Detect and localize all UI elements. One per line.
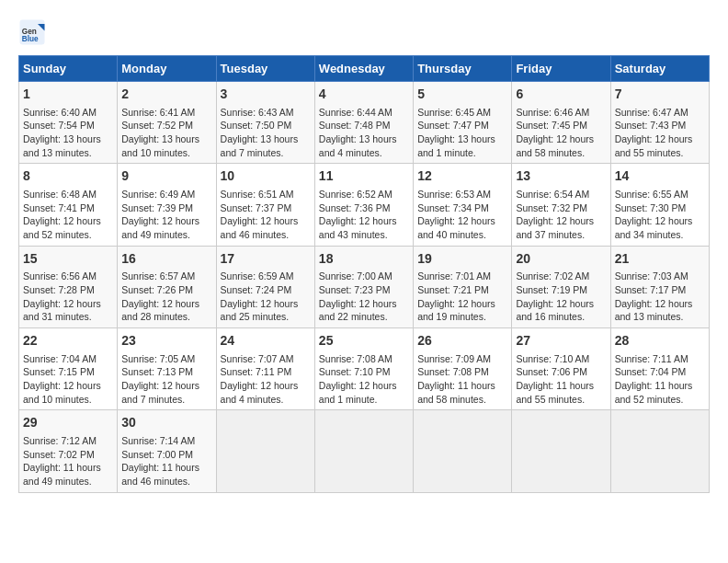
day-info: Sunrise: 6:59 AM Sunset: 7:24 PM Dayligh… [221, 270, 311, 324]
calendar-cell [216, 410, 314, 492]
header-cell-wednesday: Wednesday [314, 56, 413, 82]
day-info: Sunrise: 6:54 AM Sunset: 7:32 PM Dayligh… [516, 188, 606, 242]
day-number: 10 [221, 167, 311, 186]
day-info: Sunrise: 6:44 AM Sunset: 7:48 PM Dayligh… [319, 106, 409, 160]
day-number: 2 [121, 86, 211, 104]
day-info: Sunrise: 7:07 AM Sunset: 7:11 PM Dayligh… [221, 352, 311, 407]
calendar-cell: 6Sunrise: 6:46 AM Sunset: 7:45 PM Daylig… [512, 82, 610, 164]
day-info: Sunrise: 6:51 AM Sunset: 7:37 PM Dayligh… [221, 188, 311, 242]
calendar-cell: 20Sunrise: 7:02 AM Sunset: 7:19 PM Dayli… [512, 246, 610, 327]
calendar-cell: 11Sunrise: 6:52 AM Sunset: 7:36 PM Dayli… [314, 164, 413, 246]
day-number: 15 [23, 250, 113, 269]
header-row: SundayMondayTuesdayWednesdayThursdayFrid… [19, 56, 710, 82]
calendar-cell: 19Sunrise: 7:01 AM Sunset: 7:21 PM Dayli… [414, 246, 512, 327]
day-number: 27 [516, 332, 606, 350]
logo: Gen Blue [18, 18, 50, 46]
day-info: Sunrise: 7:12 AM Sunset: 7:02 PM Dayligh… [23, 434, 113, 488]
header-cell-saturday: Saturday [610, 56, 709, 82]
header-cell-monday: Monday [118, 56, 216, 82]
calendar-row: 1Sunrise: 6:40 AM Sunset: 7:54 PM Daylig… [19, 82, 710, 164]
day-number: 22 [23, 332, 113, 350]
calendar-cell: 14Sunrise: 6:55 AM Sunset: 7:30 PM Dayli… [610, 164, 709, 246]
calendar-cell: 4Sunrise: 6:44 AM Sunset: 7:48 PM Daylig… [314, 82, 413, 164]
day-number: 20 [516, 250, 606, 269]
calendar-cell: 28Sunrise: 7:11 AM Sunset: 7:04 PM Dayli… [610, 328, 709, 410]
calendar-cell: 27Sunrise: 7:10 AM Sunset: 7:06 PM Dayli… [512, 328, 610, 410]
day-info: Sunrise: 7:11 AM Sunset: 7:04 PM Dayligh… [615, 352, 705, 407]
calendar-cell: 21Sunrise: 7:03 AM Sunset: 7:17 PM Dayli… [610, 246, 709, 327]
calendar-cell: 23Sunrise: 7:05 AM Sunset: 7:13 PM Dayli… [118, 328, 216, 410]
calendar-cell: 18Sunrise: 7:00 AM Sunset: 7:23 PM Dayli… [314, 246, 413, 327]
day-info: Sunrise: 6:47 AM Sunset: 7:43 PM Dayligh… [615, 106, 705, 160]
calendar-table: SundayMondayTuesdayWednesdayThursdayFrid… [18, 55, 710, 493]
calendar-cell: 12Sunrise: 6:53 AM Sunset: 7:34 PM Dayli… [414, 164, 512, 246]
header-cell-tuesday: Tuesday [216, 56, 314, 82]
calendar-row: 15Sunrise: 6:56 AM Sunset: 7:28 PM Dayli… [19, 246, 710, 327]
day-info: Sunrise: 6:45 AM Sunset: 7:47 PM Dayligh… [417, 106, 507, 160]
day-number: 8 [23, 167, 113, 186]
calendar-cell: 16Sunrise: 6:57 AM Sunset: 7:26 PM Dayli… [118, 246, 216, 327]
day-number: 4 [319, 86, 409, 104]
day-number: 26 [417, 332, 507, 350]
day-number: 19 [417, 250, 507, 269]
day-number: 17 [221, 250, 311, 269]
calendar-row: 29Sunrise: 7:12 AM Sunset: 7:02 PM Dayli… [19, 410, 710, 492]
day-info: Sunrise: 6:46 AM Sunset: 7:45 PM Dayligh… [516, 106, 606, 160]
day-info: Sunrise: 7:02 AM Sunset: 7:19 PM Dayligh… [516, 270, 606, 324]
day-info: Sunrise: 7:10 AM Sunset: 7:06 PM Dayligh… [516, 352, 606, 407]
day-info: Sunrise: 6:41 AM Sunset: 7:52 PM Dayligh… [121, 106, 211, 160]
calendar-cell: 13Sunrise: 6:54 AM Sunset: 7:32 PM Dayli… [512, 164, 610, 246]
calendar-row: 22Sunrise: 7:04 AM Sunset: 7:15 PM Dayli… [19, 328, 710, 410]
calendar-cell: 15Sunrise: 6:56 AM Sunset: 7:28 PM Dayli… [19, 246, 118, 327]
header-cell-friday: Friday [512, 56, 610, 82]
day-info: Sunrise: 6:55 AM Sunset: 7:30 PM Dayligh… [615, 188, 705, 242]
day-number: 9 [121, 167, 211, 186]
day-info: Sunrise: 7:08 AM Sunset: 7:10 PM Dayligh… [319, 352, 409, 407]
day-info: Sunrise: 6:57 AM Sunset: 7:26 PM Dayligh… [121, 270, 211, 324]
calendar-row: 8Sunrise: 6:48 AM Sunset: 7:41 PM Daylig… [19, 164, 710, 246]
day-info: Sunrise: 6:49 AM Sunset: 7:39 PM Dayligh… [121, 188, 211, 242]
day-number: 14 [615, 167, 705, 186]
header-cell-sunday: Sunday [19, 56, 118, 82]
day-number: 23 [121, 332, 211, 350]
day-number: 30 [121, 414, 211, 432]
header: Gen Blue [18, 18, 710, 46]
day-info: Sunrise: 6:48 AM Sunset: 7:41 PM Dayligh… [23, 188, 113, 242]
day-info: Sunrise: 7:00 AM Sunset: 7:23 PM Dayligh… [319, 270, 409, 324]
day-number: 25 [319, 332, 409, 350]
calendar-cell: 25Sunrise: 7:08 AM Sunset: 7:10 PM Dayli… [314, 328, 413, 410]
calendar-cell: 8Sunrise: 6:48 AM Sunset: 7:41 PM Daylig… [19, 164, 118, 246]
day-info: Sunrise: 7:05 AM Sunset: 7:13 PM Dayligh… [121, 352, 211, 407]
calendar-cell: 5Sunrise: 6:45 AM Sunset: 7:47 PM Daylig… [414, 82, 512, 164]
day-info: Sunrise: 6:52 AM Sunset: 7:36 PM Dayligh… [319, 188, 409, 242]
day-number: 13 [516, 167, 606, 186]
day-number: 7 [615, 86, 705, 104]
header-cell-thursday: Thursday [414, 56, 512, 82]
day-number: 5 [417, 86, 507, 104]
calendar-cell [610, 410, 709, 492]
day-number: 1 [23, 86, 113, 104]
day-number: 21 [615, 250, 705, 269]
calendar-cell [314, 410, 413, 492]
day-info: Sunrise: 6:43 AM Sunset: 7:50 PM Dayligh… [221, 106, 311, 160]
day-info: Sunrise: 7:09 AM Sunset: 7:08 PM Dayligh… [417, 352, 507, 407]
calendar-cell: 2Sunrise: 6:41 AM Sunset: 7:52 PM Daylig… [118, 82, 216, 164]
svg-text:Blue: Blue [22, 35, 39, 43]
calendar-cell [512, 410, 610, 492]
day-number: 16 [121, 250, 211, 269]
calendar-cell: 1Sunrise: 6:40 AM Sunset: 7:54 PM Daylig… [19, 82, 118, 164]
calendar-cell: 24Sunrise: 7:07 AM Sunset: 7:11 PM Dayli… [216, 328, 314, 410]
day-info: Sunrise: 7:14 AM Sunset: 7:00 PM Dayligh… [121, 434, 211, 488]
calendar-cell: 29Sunrise: 7:12 AM Sunset: 7:02 PM Dayli… [19, 410, 118, 492]
calendar-cell: 26Sunrise: 7:09 AM Sunset: 7:08 PM Dayli… [414, 328, 512, 410]
day-info: Sunrise: 6:53 AM Sunset: 7:34 PM Dayligh… [417, 188, 507, 242]
calendar-cell: 3Sunrise: 6:43 AM Sunset: 7:50 PM Daylig… [216, 82, 314, 164]
calendar-cell: 22Sunrise: 7:04 AM Sunset: 7:15 PM Dayli… [19, 328, 118, 410]
day-info: Sunrise: 6:40 AM Sunset: 7:54 PM Dayligh… [23, 106, 113, 160]
calendar-cell: 17Sunrise: 6:59 AM Sunset: 7:24 PM Dayli… [216, 246, 314, 327]
calendar-cell: 9Sunrise: 6:49 AM Sunset: 7:39 PM Daylig… [118, 164, 216, 246]
day-number: 6 [516, 86, 606, 104]
day-number: 28 [615, 332, 705, 350]
logo-icon: Gen Blue [18, 18, 46, 46]
day-number: 18 [319, 250, 409, 269]
